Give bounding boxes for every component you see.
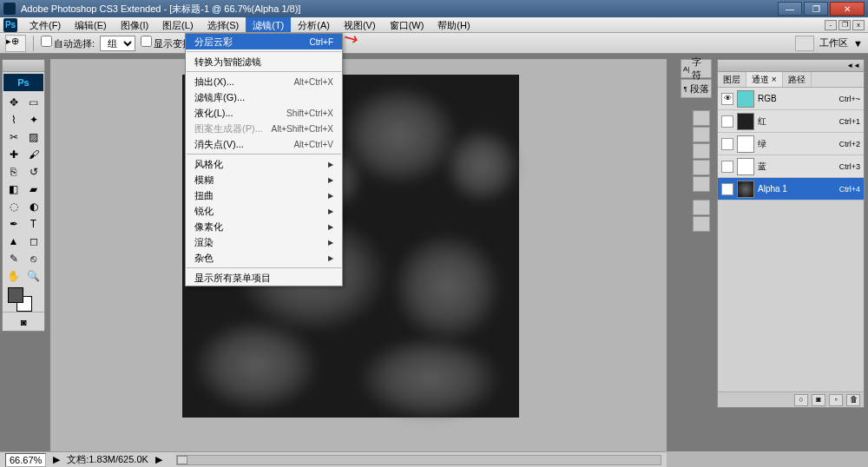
- menu-item-14[interactable]: 像素化▶: [186, 219, 342, 234]
- type-tool[interactable]: T: [23, 215, 43, 233]
- channel-thumb: [737, 181, 754, 198]
- history-brush-tool[interactable]: ↺: [23, 163, 43, 181]
- channel-row-1[interactable]: 红Ctrl+1: [718, 110, 864, 133]
- close-button[interactable]: ✕: [830, 2, 865, 16]
- autoselect-dropdown[interactable]: 组: [100, 36, 135, 51]
- panel-icon-1[interactable]: [693, 110, 710, 126]
- marquee-tool[interactable]: ▭: [23, 94, 43, 111]
- menu-1[interactable]: 编辑(E): [68, 17, 114, 32]
- menu-item-18[interactable]: 显示所有菜单项目: [186, 270, 342, 286]
- menu-item-10[interactable]: 风格化▶: [186, 156, 342, 172]
- visibility-icon[interactable]: [721, 183, 733, 195]
- menu-item-6[interactable]: 液化(L)...Shift+Ctrl+X: [186, 105, 342, 121]
- panel-header[interactable]: ◄◄: [718, 60, 864, 72]
- quick-mask-button[interactable]: ◙: [3, 312, 44, 331]
- menu-item-2[interactable]: 转换为智能滤镜: [186, 54, 342, 69]
- lasso-tool[interactable]: ⌇: [3, 111, 23, 128]
- blur-tool[interactable]: ◌: [3, 198, 23, 215]
- stamp-tool[interactable]: ⎘: [3, 163, 23, 181]
- fg-color-swatch[interactable]: [8, 287, 23, 303]
- menu-5[interactable]: 滤镜(T): [246, 17, 291, 32]
- channel-shortcut: Ctrl+1: [839, 117, 860, 126]
- menu-item-7: 图案生成器(P)...Alt+Shift+Ctrl+X: [186, 121, 342, 136]
- arrow-icon[interactable]: ▶: [155, 454, 162, 465]
- notes-tool[interactable]: ✎: [3, 250, 23, 267]
- menu-0[interactable]: 文件(F): [23, 17, 68, 32]
- path-select-tool[interactable]: ▲: [3, 233, 23, 250]
- panel-icon-4[interactable]: [693, 160, 710, 175]
- zoom-field[interactable]: 66.67%: [5, 453, 46, 467]
- scroll-thumb[interactable]: [177, 456, 187, 464]
- zoom-tool[interactable]: 🔍: [23, 267, 43, 285]
- menu-item-8[interactable]: 消失点(V)...Alt+Ctrl+V: [186, 136, 342, 152]
- visibility-icon[interactable]: [721, 115, 733, 128]
- brush-tool[interactable]: 🖌: [23, 146, 43, 163]
- slice-tool[interactable]: ▨: [23, 128, 43, 146]
- move-tool[interactable]: ✥: [3, 94, 23, 111]
- doc-restore-button[interactable]: ❐: [838, 20, 851, 30]
- doc-min-button[interactable]: -: [825, 20, 837, 30]
- maximize-button[interactable]: ❐: [804, 2, 828, 16]
- channel-thumb: [737, 90, 754, 108]
- menu-3[interactable]: 图层(L): [155, 17, 200, 32]
- autoselect-check[interactable]: 自动选择:: [41, 36, 95, 50]
- color-swatches[interactable]: [3, 286, 44, 312]
- right-panels: A| 字符 ¶ 段落 ◄◄ 图层通道 ×路径 👁RGBCtrl+~红Ctrl+1…: [679, 59, 866, 408]
- menu-item-13[interactable]: 锐化▶: [186, 203, 342, 219]
- panel-tab-1[interactable]: 通道 ×: [746, 72, 783, 87]
- minimize-button[interactable]: —: [778, 2, 802, 16]
- visibility-icon[interactable]: [721, 138, 733, 150]
- channel-row-3[interactable]: 蓝Ctrl+3: [718, 155, 864, 178]
- visibility-icon[interactable]: 👁: [721, 93, 733, 105]
- h-scrollbar[interactable]: [176, 455, 661, 465]
- screen-mode-button[interactable]: [795, 36, 814, 51]
- menu-9[interactable]: 帮助(H): [431, 17, 477, 32]
- panel-grip[interactable]: [3, 60, 44, 72]
- menu-2[interactable]: 图像(I): [114, 17, 155, 32]
- toolbox: Ps ✥ ▭ ⌇ ✦ ✂ ▨ ✚ 🖌 ⎘ ↺ ◧ ▰ ◌ ◐ ✒ T ▲ ◻ ✎…: [2, 59, 45, 332]
- status-bar: 66.67% ▶ 文档:1.83M/625.0K ▶: [0, 451, 667, 467]
- gradient-tool[interactable]: ▰: [23, 181, 43, 198]
- doc-close-button[interactable]: x: [852, 20, 865, 30]
- wand-tool[interactable]: ✦: [23, 111, 43, 128]
- panel-icon-2[interactable]: [693, 127, 710, 142]
- menu-item-12[interactable]: 扭曲▶: [186, 187, 342, 203]
- heal-tool[interactable]: ✚: [3, 146, 23, 163]
- arrow-icon[interactable]: ▶: [53, 454, 60, 465]
- character-panel-tab[interactable]: A| 字符: [681, 59, 712, 78]
- crop-tool[interactable]: ✂: [3, 128, 23, 146]
- panel-icon-7[interactable]: [693, 216, 710, 232]
- eyedropper-tool[interactable]: ⎋: [23, 250, 43, 267]
- save-selection-icon[interactable]: ◙: [812, 394, 825, 406]
- current-tool-icon[interactable]: ▸⊕: [5, 35, 26, 52]
- menu-item-4[interactable]: 抽出(X)...Alt+Ctrl+X: [186, 74, 342, 89]
- menu-item-16[interactable]: 杂色▶: [186, 250, 342, 266]
- channel-row-4[interactable]: Alpha 1Ctrl+4: [718, 178, 864, 201]
- panel-icon-3[interactable]: [693, 143, 710, 159]
- hand-tool[interactable]: ✋: [3, 267, 23, 285]
- menu-item-15[interactable]: 渲染▶: [186, 234, 342, 250]
- workspace-dropdown-arrow[interactable]: ▼: [853, 38, 863, 49]
- new-channel-icon[interactable]: ▫: [829, 394, 843, 406]
- menu-8[interactable]: 窗口(W): [383, 17, 431, 32]
- menu-6[interactable]: 分析(A): [291, 17, 337, 32]
- eraser-tool[interactable]: ◧: [3, 181, 23, 198]
- channel-row-0[interactable]: 👁RGBCtrl+~: [718, 88, 864, 110]
- menu-4[interactable]: 选择(S): [201, 17, 247, 32]
- menu-item-11[interactable]: 模糊▶: [186, 172, 342, 187]
- menu-item-5[interactable]: 滤镜库(G)...: [186, 89, 342, 105]
- shape-tool[interactable]: ◻: [23, 233, 43, 250]
- menu-item-0[interactable]: 分层云彩Ctrl+F: [186, 34, 342, 49]
- visibility-icon[interactable]: [721, 161, 733, 173]
- panel-icon-6[interactable]: [693, 200, 710, 215]
- paragraph-panel-tab[interactable]: ¶ 段落: [681, 79, 712, 98]
- panel-tab-2[interactable]: 路径: [783, 72, 812, 87]
- panel-icon-5[interactable]: [693, 176, 710, 192]
- delete-channel-icon[interactable]: 🗑: [846, 394, 860, 406]
- pen-tool[interactable]: ✒: [3, 215, 23, 233]
- channel-row-2[interactable]: 绿Ctrl+2: [718, 133, 864, 155]
- panel-tab-0[interactable]: 图层: [718, 72, 746, 87]
- menu-7[interactable]: 视图(V): [337, 17, 383, 32]
- dodge-tool[interactable]: ◐: [23, 198, 43, 215]
- load-selection-icon[interactable]: ○: [794, 394, 808, 406]
